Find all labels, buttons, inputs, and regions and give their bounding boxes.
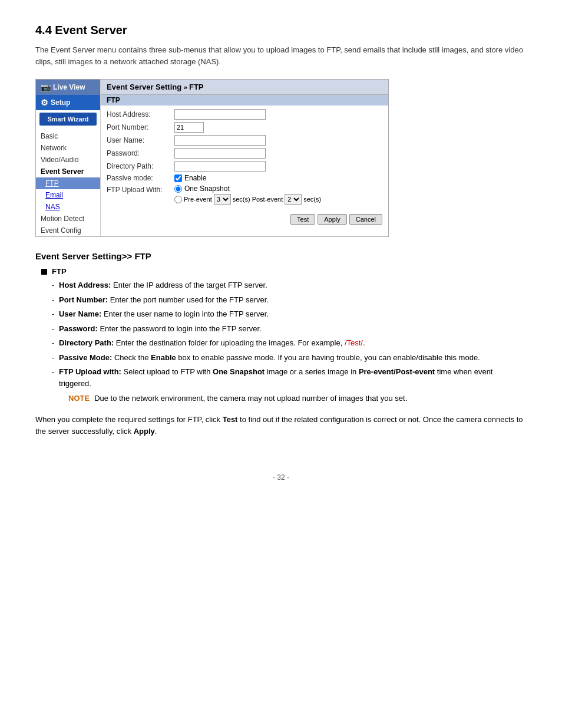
gear-icon: ⚙ xyxy=(41,98,48,107)
port-number-label: Port Number: xyxy=(107,123,174,131)
breadcrumb-arrow: » xyxy=(184,84,189,91)
closing-bold-test: Test xyxy=(223,415,238,424)
cancel-button[interactable]: Cancel xyxy=(349,214,382,225)
password-label: Password: xyxy=(107,149,174,157)
sidebar-live-view-label: Live View xyxy=(53,83,85,91)
sub-item-password-text: Enter the password to login into the FTP… xyxy=(100,324,261,333)
apply-button[interactable]: Apply xyxy=(318,214,347,225)
main-panel: Event Server Setting » FTP FTP Host Addr… xyxy=(101,80,388,236)
sub-item-port-number: Port Number: Enter the port number used … xyxy=(52,294,527,306)
directory-path-label: Directory Path: xyxy=(107,162,174,170)
sub-item-ftp-upload-text1: Select upload to FTP with xyxy=(124,367,213,376)
sub-item-user-text: Enter the user name to login into the FT… xyxy=(104,309,269,318)
pre-post-event-option: Pre-event 3 1 2 4 5 sec(s) Post-event xyxy=(174,194,321,205)
pre-event-radio[interactable] xyxy=(174,196,182,203)
closing-text-1: When you complete the required settings … xyxy=(35,415,223,424)
port-number-row: Port Number: xyxy=(107,122,382,133)
note-text: Due to the network environment, the came… xyxy=(94,393,407,404)
ftp-upload-label-row: FTP Upload With: One Snapshot Pre-event … xyxy=(107,185,382,205)
closing-text-3: . xyxy=(155,427,157,436)
sub-item-passive-label: Passive Mode: xyxy=(59,353,112,362)
sidebar-item-nas[interactable]: NAS xyxy=(36,201,100,213)
intro-paragraph: The Event Server menu contains three sub… xyxy=(35,44,527,67)
closing-text: When you complete the required settings … xyxy=(35,414,527,439)
user-name-row: User Name: xyxy=(107,135,382,146)
sidebar: 📷 Live View ⚙ Setup Smart Wizard Basic N… xyxy=(36,80,101,236)
one-snapshot-option[interactable]: One Snapshot xyxy=(174,185,321,193)
page-number: - 32 - xyxy=(35,473,527,482)
password-input[interactable] xyxy=(174,148,266,159)
ftp-section-header: FTP xyxy=(101,95,388,106)
sidebar-item-video-audio[interactable]: Video/Audio xyxy=(36,154,100,166)
passive-enable-label[interactable]: Enable xyxy=(174,174,206,182)
sub-item-passive-bold: Enable xyxy=(151,353,176,362)
passive-mode-checkbox[interactable] xyxy=(174,174,182,182)
sidebar-item-setup[interactable]: ⚙ Setup xyxy=(36,95,100,110)
sidebar-item-email[interactable]: Email xyxy=(36,189,100,201)
post-event-select[interactable]: 2 1 3 4 5 xyxy=(285,194,302,205)
sub-item-ftp-upload: FTP Upload with: Select upload to FTP wi… xyxy=(52,366,527,389)
sidebar-item-basic[interactable]: Basic xyxy=(36,130,100,142)
page-heading: 4.4 Event Server xyxy=(35,24,527,37)
sub-item-port-text: Enter the port number used for the FTP s… xyxy=(110,295,269,304)
button-row: Test Apply Cancel xyxy=(101,210,388,228)
sub-item-ftp-upload-bold1: One Snapshot xyxy=(213,367,265,376)
note-row: NOTE Due to the network environment, the… xyxy=(68,393,527,404)
sidebar-smart-wizard-label: Smart Wizard xyxy=(47,116,88,123)
host-address-input[interactable] xyxy=(174,109,266,120)
passive-mode-row: Passive mode: Enable xyxy=(107,174,382,182)
ui-screenshot: 📷 Live View ⚙ Setup Smart Wizard Basic N… xyxy=(35,79,389,237)
sub-item-password: Password: Enter the password to login in… xyxy=(52,323,527,335)
password-row: Password: xyxy=(107,148,382,159)
port-number-input[interactable] xyxy=(174,122,204,133)
sidebar-item-network[interactable]: Network xyxy=(36,142,100,154)
sidebar-item-motion-detect[interactable]: Motion Detect xyxy=(36,213,100,225)
sidebar-item-event-server[interactable]: Event Server xyxy=(36,166,100,177)
sub-item-host-text: Enter the IP address of the target FTP s… xyxy=(113,281,267,289)
sub-item-user-name: User Name: Enter the user name to login … xyxy=(52,308,527,320)
sub-items: Host Address: Enter the IP address of th… xyxy=(52,279,527,404)
sub-item-passive-text1: Check the xyxy=(114,353,151,362)
directory-path-row: Directory Path: xyxy=(107,161,382,172)
host-address-row: Host Address: xyxy=(107,109,382,120)
directory-path-input[interactable] xyxy=(174,161,266,172)
sub-item-dir-text: Enter the destination folder for uploadi… xyxy=(116,338,345,347)
panel-title: Event Server Setting » FTP xyxy=(101,80,388,95)
sub-item-directory-path: Directory Path: Enter the destination fo… xyxy=(52,337,527,349)
closing-bold-apply: Apply xyxy=(134,427,155,436)
doc-section-title: Event Server Setting>> FTP xyxy=(35,251,527,261)
sidebar-item-event-config[interactable]: Event Config xyxy=(36,225,100,236)
sub-item-passive-text2: box to enable passive mode. If you are h… xyxy=(176,353,480,362)
sub-item-host-address: Host Address: Enter the IP address of th… xyxy=(52,279,527,291)
passive-mode-label: Passive mode: xyxy=(107,174,174,182)
bullet-icon xyxy=(41,269,47,275)
pre-event-select[interactable]: 3 1 2 4 5 xyxy=(214,194,231,205)
user-name-label: User Name: xyxy=(107,136,174,144)
note-label: NOTE xyxy=(68,393,90,404)
ftp-bullet-label: FTP xyxy=(52,267,67,276)
user-name-input[interactable] xyxy=(174,135,266,146)
sub-item-host-label: Host Address: xyxy=(59,281,111,289)
sub-item-user-label: User Name: xyxy=(59,309,101,318)
sub-item-ftp-upload-bold2: Pre-event/Post-event xyxy=(359,367,435,376)
camera-icon: 📷 xyxy=(41,83,51,92)
one-snapshot-radio[interactable] xyxy=(174,185,182,193)
host-address-label: Host Address: xyxy=(107,110,174,118)
upload-options: One Snapshot Pre-event 3 1 2 4 5 xyxy=(174,185,321,205)
dir-path-example: /Test/ xyxy=(345,338,363,347)
ftp-upload-label: FTP Upload With: xyxy=(107,185,174,194)
ftp-bullet-section: FTP Host Address: Enter the IP address o… xyxy=(35,267,527,404)
sub-item-ftp-upload-label: FTP Upload with: xyxy=(59,367,121,376)
sub-item-port-label: Port Number: xyxy=(59,295,108,304)
sub-item-password-label: Password: xyxy=(59,324,98,333)
sub-item-ftp-upload-text2: image or a series image in xyxy=(265,367,359,376)
sub-item-passive-mode: Passive Mode: Check the Enable box to en… xyxy=(52,352,527,364)
sidebar-item-smart-wizard[interactable]: Smart Wizard xyxy=(39,113,97,126)
sidebar-item-ftp[interactable]: FTP xyxy=(36,177,100,189)
sub-item-dir-label: Directory Path: xyxy=(59,338,114,347)
sidebar-item-live-view[interactable]: 📷 Live View xyxy=(36,80,100,95)
sidebar-setup-label: Setup xyxy=(51,98,70,107)
ftp-upload-section: FTP Upload With: One Snapshot Pre-event … xyxy=(107,185,382,205)
test-button[interactable]: Test xyxy=(290,214,315,225)
ftp-bullet-item: FTP xyxy=(35,267,527,276)
